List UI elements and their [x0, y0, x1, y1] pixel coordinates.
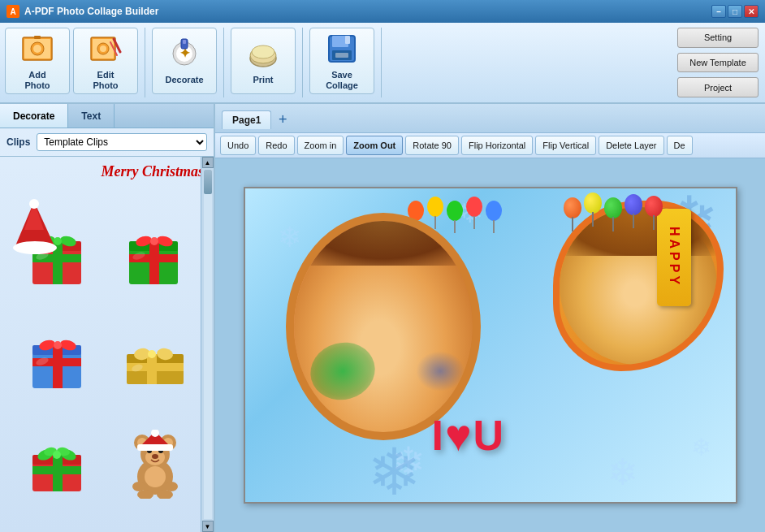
edit-photo-icon	[88, 31, 123, 67]
close-button[interactable]: ✕	[744, 5, 759, 18]
decorate-label: Decorate	[165, 75, 203, 85]
flip-horizontal-button[interactable]: Flip Horizontal	[461, 136, 533, 155]
scroll-track	[204, 170, 212, 519]
new-template-button[interactable]: New Template	[677, 53, 759, 73]
clips-dropdown[interactable]: Template Clips Holiday Clips Birthday Cl…	[37, 133, 207, 151]
setting-button[interactable]: Setting	[677, 28, 759, 48]
snowflake-6: ❄	[691, 433, 711, 461]
scroll-thumb[interactable]	[204, 170, 212, 194]
tab-text[interactable]: Text	[68, 104, 115, 128]
save-collage-label: SaveCollage	[326, 70, 358, 91]
print-tools-group: Print	[231, 28, 303, 97]
minimize-button[interactable]: –	[711, 5, 726, 18]
svg-point-80	[152, 454, 158, 459]
rotate-90-button[interactable]: Rotate 90	[405, 136, 459, 155]
svg-rect-38	[149, 241, 159, 284]
scroll-down-arrow[interactable]: ▼	[202, 521, 214, 532]
svg-point-58	[148, 350, 156, 358]
clip-gift-gold[interactable]	[110, 323, 201, 396]
heart-symbol: ♥	[445, 409, 472, 461]
i-letter: I	[432, 411, 443, 460]
edit-toolbar: Undo Redo Zoom in Zoom Out Rotate 90 Fli…	[215, 133, 765, 158]
left-photo-frame[interactable]	[286, 213, 481, 440]
main-toolbar: AddPhoto EditPhoto	[0, 23, 765, 104]
collage-canvas[interactable]: ❄ ❄ ❄ ❄ ❄ ❄ ❄ ❄	[244, 187, 737, 504]
zoom-out-button[interactable]: Zoom Out	[346, 136, 403, 155]
svg-rect-15	[183, 40, 186, 44]
app-title: A-PDF Photo Collage Builder	[24, 6, 158, 17]
clip-teddy-bear[interactable]	[110, 428, 201, 501]
tab-bar: Decorate Text	[0, 104, 214, 128]
clip-gift-blue[interactable]	[13, 323, 104, 396]
clips-scrollbar[interactable]: ▲ ▼	[201, 157, 214, 532]
window-controls: – □ ✕	[711, 5, 759, 18]
page-tab-1[interactable]: Page1	[222, 110, 271, 129]
print-icon	[245, 36, 281, 71]
undo-button[interactable]: Undo	[220, 136, 256, 155]
print-button[interactable]: Print	[231, 28, 296, 94]
i-love-u-text: I ♥ U	[432, 409, 504, 461]
delete-layer-button[interactable]: Delete Layer	[599, 136, 663, 155]
balloons	[408, 201, 502, 221]
app-icon: A	[6, 5, 19, 18]
canvas-container: ❄ ❄ ❄ ❄ ❄ ❄ ❄ ❄	[215, 158, 765, 532]
happy-banner: HAPPY	[657, 209, 691, 306]
canvas-area: Page1 + Undo Redo Zoom in Zoom Out Rotat…	[215, 104, 765, 532]
snowflake-4: ❄	[607, 451, 638, 494]
clips-row: Clips Template Clips Holiday Clips Birth…	[0, 128, 214, 157]
save-collage-button[interactable]: SaveCollage	[309, 28, 374, 94]
scroll-up-arrow[interactable]: ▲	[202, 157, 214, 168]
photo-tools-group: AddPhoto EditPhoto	[5, 28, 145, 97]
svg-point-8	[100, 45, 106, 52]
clip-gift-red-bow[interactable]	[13, 428, 104, 501]
svg-point-50	[54, 341, 62, 349]
decorate-icon: ✦	[166, 36, 202, 71]
clip-gift-green-red[interactable]	[110, 219, 201, 292]
clips-area: Merry Christmas	[0, 157, 214, 532]
print-label: Print	[253, 75, 273, 85]
add-page-button[interactable]: +	[274, 112, 291, 128]
main-content: Decorate Text Clips Template Clips Holid…	[0, 104, 765, 532]
snowflake-large-2: ❄	[367, 435, 421, 504]
svg-point-42	[150, 237, 158, 245]
christmas-hat-clip[interactable]	[8, 197, 61, 258]
tab-decorate[interactable]: Decorate	[0, 104, 68, 128]
project-button[interactable]: Project	[677, 77, 759, 97]
add-photo-button[interactable]: AddPhoto	[5, 28, 70, 94]
svg-rect-82	[137, 444, 173, 451]
toolbar-right-group: Setting New Template Project	[672, 28, 759, 97]
save-tools-group: SaveCollage	[309, 28, 382, 97]
svg-rect-63	[32, 466, 81, 474]
merry-christmas-text: Merry Christmas	[0, 157, 214, 184]
svg-point-18	[252, 45, 274, 58]
svg-rect-4	[34, 36, 41, 39]
flip-vertical-button[interactable]: Flip Vertical	[535, 136, 596, 155]
add-photo-label: AddPhoto	[24, 70, 50, 91]
svg-point-3	[33, 45, 41, 53]
zoom-in-button[interactable]: Zoom in	[297, 136, 344, 155]
balloons-right	[564, 192, 663, 218]
svg-rect-21	[345, 36, 350, 44]
u-letter: U	[473, 411, 504, 460]
svg-rect-23	[335, 53, 348, 58]
clips-grid	[0, 216, 214, 532]
maximize-button[interactable]: □	[728, 5, 742, 18]
save-collage-icon	[324, 31, 360, 67]
svg-point-26	[13, 241, 57, 254]
page-tabs: Page1 +	[215, 104, 765, 133]
add-photo-icon	[19, 31, 55, 67]
clips-label: Clips	[6, 136, 30, 148]
titlebar: A A-PDF Photo Collage Builder – □ ✕	[0, 0, 765, 23]
right-photo-frame[interactable]	[553, 201, 724, 371]
decorate-tools-group: ✦ Decorate	[152, 28, 224, 97]
svg-point-84	[145, 466, 166, 487]
redo-button[interactable]: Redo	[258, 136, 294, 155]
svg-point-27	[29, 199, 39, 209]
edit-photo-label: EditPhoto	[93, 70, 118, 91]
decorate-button[interactable]: ✦ Decorate	[152, 28, 217, 94]
left-panel: Decorate Text Clips Template Clips Holid…	[0, 104, 215, 532]
more-button[interactable]: De	[667, 136, 693, 155]
edit-photo-button[interactable]: EditPhoto	[73, 28, 138, 94]
svg-rect-46	[53, 345, 63, 388]
svg-point-68	[53, 451, 61, 459]
